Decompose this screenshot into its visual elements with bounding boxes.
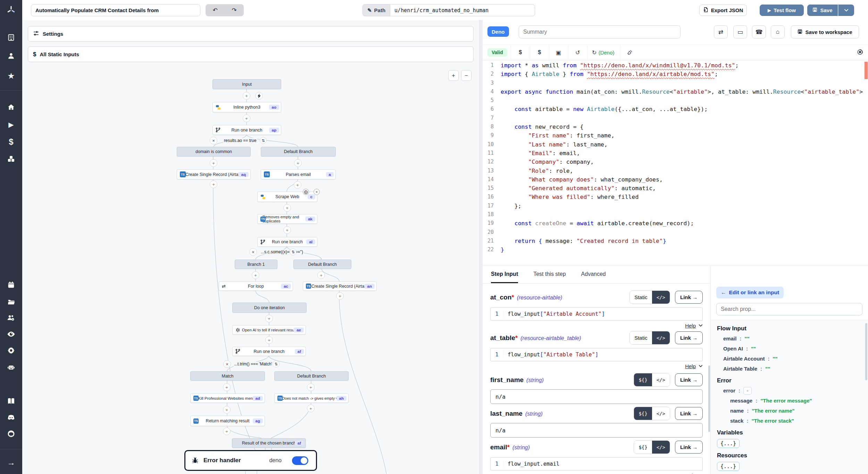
template-mode-button[interactable]: ${} [634,373,652,386]
settings-gear-icon[interactable] [0,345,22,356]
flow-settings-row[interactable]: Settings [28,26,474,42]
help-link[interactable]: Help [685,363,696,369]
zoom-out-button[interactable]: − [461,70,471,81]
edit-or-link-button[interactable]: ← Edit or link an input [716,287,784,298]
add-step-button[interactable]: + [283,226,291,234]
node-run-one-branch-ap[interactable]: Run one branch ap [212,125,281,135]
user-icon[interactable] [0,51,22,61]
remove-branch-icon[interactable]: × [210,137,217,144]
add-step-button[interactable]: + [210,159,217,167]
add-step-button[interactable]: + [307,405,315,412]
add-step-button[interactable]: + [210,180,217,188]
node-run-one-branch-al[interactable]: Run one branch al [257,237,317,247]
prop-row[interactable]: email:"" [717,333,868,344]
redo-button[interactable]: ↷ [225,4,244,16]
link-button[interactable]: Link → [675,441,703,454]
node-do-one-iteration[interactable]: Do one iteration [232,303,307,313]
template-mode-button[interactable]: ${} [634,407,652,420]
path-input[interactable] [390,4,535,16]
workspace-icon[interactable] [0,32,22,43]
node-branch-match[interactable]: Match [190,371,265,381]
add-step-button[interactable]: + [223,383,231,391]
static-mode-button[interactable]: Static [630,331,652,344]
node-parses-email[interactable]: TS Parses email a [261,169,336,179]
github-icon[interactable] [0,429,22,439]
all-static-inputs-row[interactable]: $ All Static Inputs [28,46,474,62]
format-broom-icon[interactable] [624,50,636,55]
undo-button[interactable]: ↶ [206,4,225,16]
prop-row[interactable]: name:"The error name" [717,406,868,416]
schedules-calendar-icon[interactable] [0,280,22,290]
save-dropdown-button[interactable] [838,5,854,16]
node-openai-relevant-result[interactable]: Open AI to tell if relevant result ae [232,325,306,335]
windmill-logo-icon[interactable] [0,5,22,15]
node-run-one-branch-af[interactable]: Run one branch af [232,347,306,356]
resources-cubes-icon[interactable] [0,154,22,164]
add-step-button[interactable]: + [336,292,344,300]
link-button[interactable]: Link → [675,331,703,344]
template-mode-button[interactable]: ${} [634,441,652,454]
node-removes-empty-duplicates[interactable]: TS Removes empty and duplicates ak [257,214,317,224]
language-badge[interactable]: Deno [487,26,509,37]
first_name-value-input[interactable] [490,389,703,404]
flow-title-input[interactable] [31,4,200,16]
node-create-single-record-an[interactable]: TS Create Single Record (Airtable) an [303,281,377,291]
resources-object-chip[interactable]: {...} [717,462,740,471]
remove-branch-icon[interactable]: × [249,248,257,256]
save-button[interactable]: Save [807,5,838,16]
error-handler-node[interactable]: Error handler deno [184,450,317,471]
mobile-view-icon[interactable]: ▭ [733,25,747,39]
add-step-button[interactable]: + [243,115,250,122]
variables-object-chip[interactable]: {...} [717,439,740,448]
discord-icon[interactable] [0,412,22,423]
swap-branches-icon[interactable]: ⇅ [273,361,279,367]
link-button[interactable]: Link → [675,291,703,304]
tab-test-this-step[interactable]: Test this step [533,266,566,283]
dollar-icon[interactable]: $ [515,49,526,56]
javascript-mode-button[interactable]: </> [652,291,670,304]
node-kill-professional-websites[interactable]: TS Kill Professional Websites mentions a… [190,393,265,403]
email-expression[interactable]: 1flow_input.email [490,457,703,471]
node-inline-python3[interactable]: Inline python3 ao [212,102,281,112]
javascript-mode-button[interactable]: </> [652,441,670,454]
node-input[interactable]: Input [212,79,281,89]
add-step-button[interactable]: + [265,336,273,344]
remove-branch-icon[interactable]: × [223,360,231,368]
add-step-button[interactable]: + [223,428,231,435]
add-step-button[interactable]: + [317,271,325,279]
node-does-not-match-empty[interactable]: TS Does not match -> gives empty value a… [274,393,349,403]
swap-branches-icon[interactable]: ⇅ [260,137,267,144]
zoom-in-button[interactable]: + [448,70,459,81]
scrollbar-thumb[interactable] [708,365,710,432]
favorites-star-icon[interactable]: ★ [0,71,22,81]
reload-icon[interactable]: ↻ [591,49,598,56]
scrollbar-thumb[interactable] [865,323,867,380]
audit-eye-icon[interactable] [0,329,22,339]
javascript-mode-button[interactable]: </> [652,373,670,386]
static-mode-button[interactable]: Static [630,291,652,304]
add-step-button[interactable]: + [283,204,291,212]
javascript-mode-button[interactable]: </> [652,331,670,344]
at_table-expression[interactable]: 1flow_input["Airtable Table"] [490,348,703,361]
node-branch-domain-is-common[interactable]: domain is common [177,147,251,156]
reset-icon[interactable]: ↺ [572,49,584,56]
node-default-branch-3[interactable]: Default Branch [274,371,349,381]
node-return-matching-result[interactable]: TS Return matching result ag [190,416,265,426]
bench-icon[interactable]: ⌂ [771,25,785,39]
javascript-mode-button[interactable]: </> [652,407,670,420]
call-icon[interactable]: ☎ [752,25,766,39]
preview-eye-icon[interactable] [857,49,863,57]
node-result-chosen-branch[interactable]: Result of the chosen branch af [232,438,306,448]
add-step-button[interactable]: + [307,383,315,391]
move-node-icon[interactable]: ⨁ [303,189,309,195]
save-to-workspace-button[interactable]: Save to workspace [791,25,859,39]
package-icon[interactable]: ▣ [553,49,565,56]
sync-icon[interactable]: ⇄ [714,25,728,39]
trigger-bolt-icon[interactable] [255,92,263,100]
prop-row[interactable]: Open AI:"" [717,344,868,354]
swap-branches-icon[interactable]: ⇅ [290,248,297,255]
add-step-button[interactable]: + [243,92,250,100]
add-step-button[interactable]: + [294,159,302,167]
help-link[interactable]: Help [685,473,696,474]
home-icon[interactable] [0,102,22,112]
